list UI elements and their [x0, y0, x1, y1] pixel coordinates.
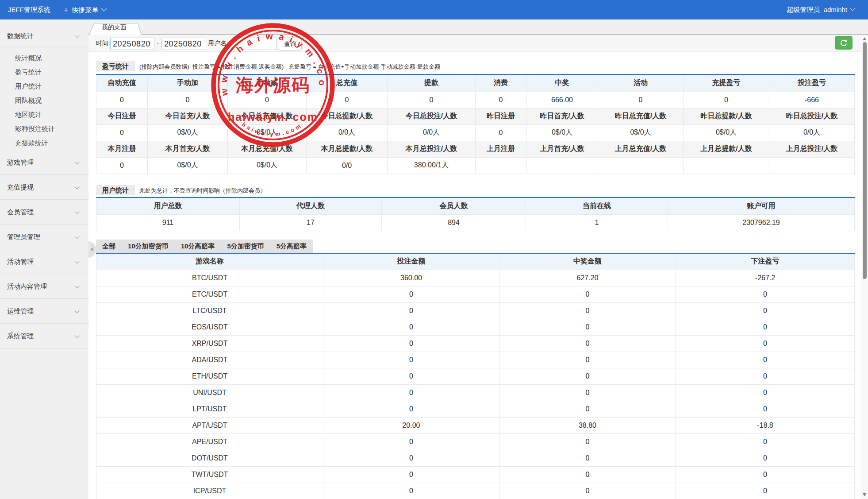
svg-text:haiwaiym. com: haiwaiym. com	[228, 111, 318, 123]
svg-text:海外源码: 海外源码	[235, 75, 310, 95]
